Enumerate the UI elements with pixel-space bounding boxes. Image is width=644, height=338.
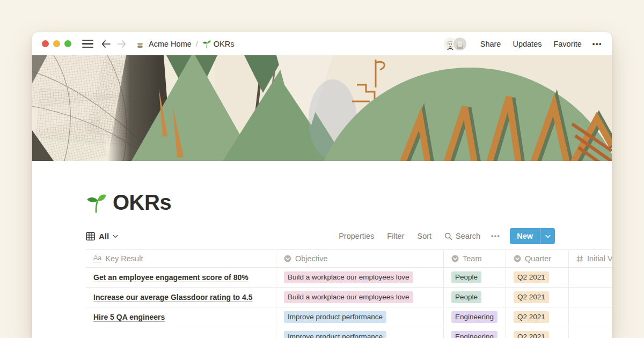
database-toolbar: All Properties Filter Sort Search ••• (86, 228, 555, 244)
quarter-cell[interactable]: Q2 2021 (506, 268, 569, 287)
back-button[interactable] (101, 40, 111, 48)
forward-button[interactable] (116, 40, 127, 48)
objective-cell[interactable]: Improve product performance (276, 307, 444, 327)
quarter-tag: Q2 2021 (514, 331, 549, 338)
team-cell[interactable]: Engineering (444, 327, 506, 338)
select-property-icon (514, 255, 521, 262)
table-row: Get an employee engagement score of 80% … (86, 268, 612, 288)
window-topbar: Acme Home / OKRs (32, 32, 612, 55)
page-icon-seedling[interactable] (86, 193, 106, 213)
select-property-icon (451, 255, 459, 262)
key-result-cell[interactable]: Increase our average Glassdoor rating to… (86, 288, 276, 307)
initial-value-cell[interactable] (569, 307, 612, 327)
team-tag: Engineering (451, 311, 497, 323)
team-cell[interactable]: People (444, 268, 506, 287)
view-more-options-icon[interactable]: ••• (491, 232, 500, 240)
search-label: Search (456, 232, 480, 240)
breadcrumb-current[interactable]: OKRs (214, 40, 235, 48)
favorite-button[interactable]: Favorite (553, 40, 581, 48)
more-options-icon[interactable]: ••• (592, 40, 602, 48)
seedling-icon (202, 40, 211, 48)
okr-table: Aa Key Result Objective (86, 249, 612, 338)
objective-cell[interactable]: Build a workplace our employees love (276, 288, 444, 307)
initial-value-cell[interactable] (569, 288, 612, 307)
objective-tag: Build a workplace our employees love (284, 291, 413, 303)
quarter-tag: Q2 2021 (514, 291, 549, 303)
initial-value-cell[interactable] (569, 327, 612, 338)
sidebar-menu-button[interactable] (82, 40, 93, 48)
team-cell[interactable]: Engineering (444, 307, 506, 327)
view-tab-label: All (99, 232, 109, 241)
column-header-key-result[interactable]: Aa Key Result (86, 250, 276, 267)
window-close-button[interactable] (42, 40, 49, 47)
forward-arrow-icon (118, 41, 126, 47)
objective-cell[interactable]: Improve product performance (276, 327, 444, 338)
new-button-label[interactable]: New (510, 228, 540, 244)
objective-cell[interactable]: Build a workplace our employees love (276, 268, 444, 287)
properties-button[interactable]: Properties (339, 232, 374, 240)
team-tag: Engineering (451, 331, 497, 338)
quarter-tag: Q2 2021 (514, 311, 549, 323)
search-button[interactable]: Search (444, 232, 480, 240)
cover-image (32, 55, 612, 161)
objective-tag: Improve product performance (284, 331, 386, 338)
collaborator-avatars (444, 38, 466, 50)
quarter-tag: Q2 2021 (514, 271, 549, 283)
column-header-initial-value[interactable]: Initial V (569, 250, 612, 267)
notion-window: Acme Home / OKRs (32, 32, 612, 338)
botanical-cover-art (32, 55, 612, 161)
new-button-dropdown[interactable] (540, 228, 555, 244)
number-property-icon (576, 255, 583, 262)
acme-home-pot-icon (135, 39, 145, 49)
initial-value-cell[interactable] (569, 268, 612, 287)
table-row: Hire 5 QA engineers Improve product perf… (86, 307, 612, 327)
desktop-background: Acme Home / OKRs (0, 0, 644, 338)
page-header: OKRs (86, 161, 612, 215)
breadcrumb-separator: / (196, 40, 198, 48)
share-button[interactable]: Share (480, 40, 501, 48)
table-row: Improve product performance Engineering … (86, 327, 612, 338)
column-header-quarter[interactable]: Quarter (506, 250, 569, 267)
select-property-icon (284, 255, 291, 262)
objective-tag: Improve product performance (284, 311, 386, 323)
back-arrow-icon (103, 41, 111, 47)
sort-button[interactable]: Sort (418, 232, 432, 240)
column-header-team[interactable]: Team (444, 250, 506, 267)
team-cell[interactable]: People (444, 288, 506, 307)
filter-button[interactable]: Filter (387, 232, 404, 240)
table-view-icon (86, 232, 95, 241)
text-property-icon: Aa (93, 255, 101, 262)
key-result-cell[interactable]: Get an employee engagement score of 80% (86, 268, 276, 287)
breadcrumb-home[interactable]: Acme Home (149, 40, 192, 48)
objective-tag: Build a workplace our employees love (284, 271, 413, 283)
quarter-cell[interactable]: Q2 2021 (506, 327, 569, 338)
column-header-objective[interactable]: Objective (276, 250, 444, 267)
window-zoom-button[interactable] (64, 40, 71, 47)
breadcrumb: Acme Home / OKRs (127, 39, 234, 49)
view-tab-all[interactable]: All (86, 232, 118, 241)
updates-button[interactable]: Updates (513, 40, 541, 48)
chevron-down-icon (113, 234, 118, 238)
table-row: Increase our average Glassdoor rating to… (86, 288, 612, 307)
team-tag: People (451, 291, 481, 303)
key-result-cell[interactable]: Hire 5 QA engineers (86, 307, 276, 327)
search-icon (444, 232, 452, 240)
quarter-cell[interactable]: Q2 2021 (506, 288, 569, 307)
team-tag: People (451, 271, 481, 283)
quarter-cell[interactable]: Q2 2021 (506, 307, 569, 327)
page-title: OKRs (113, 190, 171, 215)
window-minimize-button[interactable] (53, 40, 60, 47)
chevron-down-icon (545, 234, 551, 238)
new-button[interactable]: New (510, 228, 555, 244)
table-header-row: Aa Key Result Objective (86, 249, 612, 268)
avatar-user-2[interactable] (453, 38, 466, 50)
key-result-cell[interactable] (86, 327, 276, 338)
